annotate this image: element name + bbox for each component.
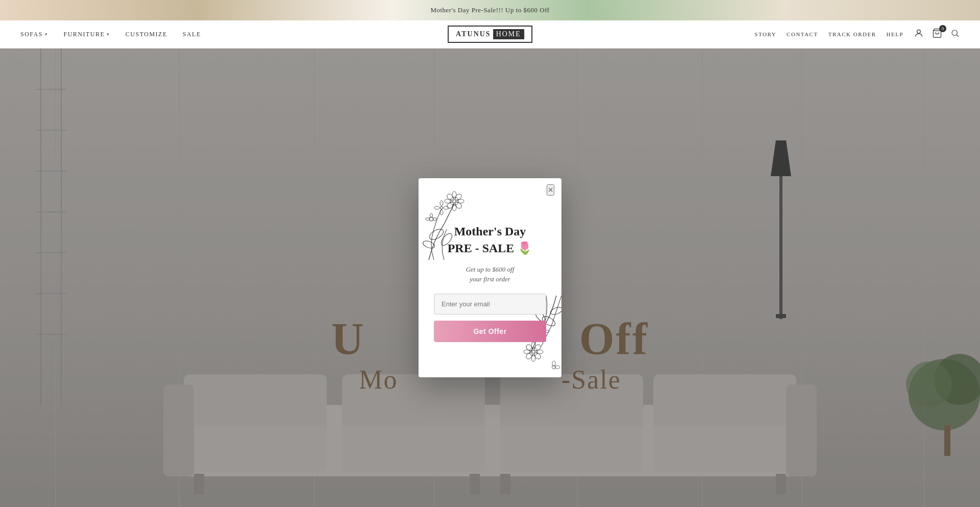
nav-story[interactable]: STORY <box>754 31 776 37</box>
chevron-down-icon: ▾ <box>45 32 48 37</box>
announcement-bar: Mother's Day Pre-Sale!!! Up to $600 Off <box>0 0 980 20</box>
svg-point-41 <box>457 199 464 203</box>
modal: × <box>419 178 561 377</box>
nav-track-order[interactable]: TRACK ORDER <box>828 31 876 37</box>
announcement-text: Mother's Day Pre-Sale!!! Up to $600 Off <box>430 6 549 14</box>
header: SOFAS ▾ FURNITURE ▾ CUSTOMIZE SALE ATUNU… <box>0 20 980 49</box>
svg-point-76 <box>552 361 555 366</box>
hero-section: U p to $600 Off Mother's Day Pre-Sale <box>0 49 980 507</box>
svg-point-50 <box>444 206 449 209</box>
svg-line-3 <box>957 35 958 36</box>
svg-point-62 <box>531 342 535 349</box>
svg-point-0 <box>917 30 921 33</box>
svg-point-38 <box>453 200 456 203</box>
svg-point-46 <box>446 201 455 210</box>
modal-close-button[interactable]: × <box>547 184 554 196</box>
search-icon[interactable] <box>950 29 960 40</box>
svg-point-45 <box>454 201 463 210</box>
nav-help[interactable]: HELP <box>887 31 904 37</box>
chevron-down-icon: ▾ <box>107 32 110 37</box>
nav-sofas[interactable]: SOFAS ▾ <box>20 31 48 38</box>
svg-point-67 <box>533 352 542 360</box>
nav-contact[interactable]: CONTACT <box>787 31 818 37</box>
svg-point-68 <box>525 352 534 360</box>
svg-point-2 <box>952 30 958 36</box>
svg-point-51 <box>440 210 443 215</box>
get-offer-button[interactable]: Get Offer <box>434 321 546 342</box>
svg-point-49 <box>440 201 443 206</box>
svg-point-44 <box>454 193 463 202</box>
account-icon[interactable] <box>914 28 924 41</box>
nav-sale[interactable]: SALE <box>183 31 201 38</box>
svg-point-77 <box>555 366 560 369</box>
modal-subtitle: Get up to $600 off your first order <box>434 264 546 284</box>
svg-point-42 <box>452 204 456 211</box>
svg-point-52 <box>434 206 439 209</box>
svg-point-54 <box>430 213 433 218</box>
svg-point-60 <box>532 350 535 353</box>
modal-title-line2: PRE - SALE 🌷 <box>434 241 546 255</box>
svg-point-69 <box>525 344 534 352</box>
logo-text-home: HOME <box>493 29 524 39</box>
svg-point-40 <box>452 191 456 199</box>
svg-point-75 <box>552 366 556 369</box>
email-input[interactable] <box>434 294 546 315</box>
svg-point-61 <box>529 348 537 356</box>
svg-point-56 <box>426 218 430 221</box>
svg-point-64 <box>531 354 535 361</box>
cart-icon[interactable]: 0 <box>932 28 942 41</box>
modal-title-line1: Mother's Day <box>434 224 546 239</box>
svg-point-63 <box>536 350 543 354</box>
header-right: STORY CONTACT TRACK ORDER HELP 0 <box>754 28 960 41</box>
modal-content: Mother's Day PRE - SALE 🌷 Get up to $600… <box>434 224 546 342</box>
svg-point-58 <box>550 306 561 316</box>
svg-point-55 <box>433 218 437 221</box>
svg-point-43 <box>445 199 452 203</box>
header-icons: 0 <box>914 28 960 41</box>
nav-furniture[interactable]: FURNITURE ▾ <box>63 31 110 38</box>
nav-left: SOFAS ▾ FURNITURE ▾ CUSTOMIZE SALE <box>20 31 201 38</box>
svg-point-47 <box>446 193 455 202</box>
nav-customize[interactable]: CUSTOMIZE <box>126 31 167 38</box>
svg-point-66 <box>533 344 542 352</box>
svg-point-48 <box>440 207 443 209</box>
svg-point-39 <box>450 197 458 205</box>
svg-point-53 <box>429 217 433 221</box>
nav-right: STORY CONTACT TRACK ORDER HELP <box>754 31 903 37</box>
cart-count: 0 <box>939 25 946 32</box>
svg-point-65 <box>524 350 531 354</box>
site-logo[interactable]: ATUNUS HOME <box>448 26 532 43</box>
modal-overlay: × <box>0 49 980 507</box>
logo-text-atunus: ATUNUS <box>456 30 491 38</box>
